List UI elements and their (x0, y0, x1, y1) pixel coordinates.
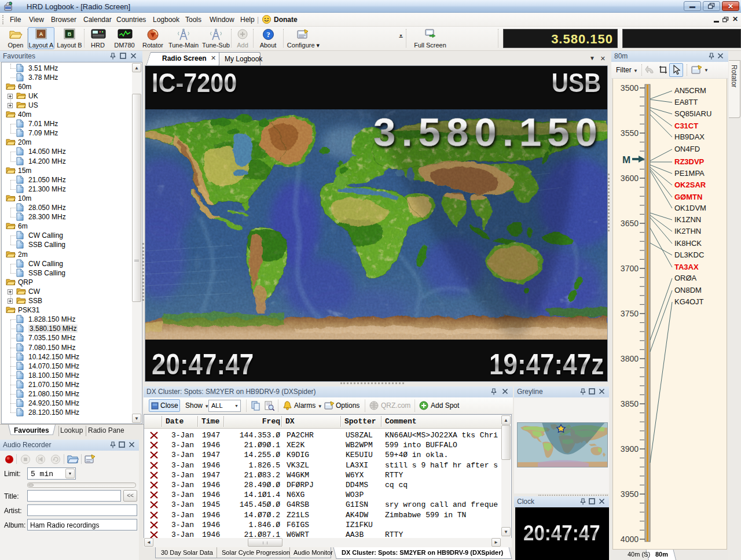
svg-text:3800: 3800 (621, 354, 639, 363)
svg-text:3550: 3550 (621, 128, 639, 138)
svg-text:3900: 3900 (621, 444, 639, 454)
svg-text:3600: 3600 (621, 174, 639, 183)
svg-text:3650: 3650 (621, 219, 639, 228)
svg-text:3950: 3950 (621, 489, 639, 499)
svg-text:3850: 3850 (621, 399, 639, 408)
svg-text:B: B (68, 31, 72, 37)
svg-text:A: A (39, 31, 43, 37)
svg-text:3500: 3500 (621, 83, 639, 93)
svg-text:?: ? (266, 30, 270, 39)
svg-text:3700: 3700 (621, 264, 639, 273)
svg-text:3750: 3750 (621, 309, 639, 318)
svg-text:4000: 4000 (621, 535, 639, 544)
svg-text:M: M (622, 154, 630, 165)
